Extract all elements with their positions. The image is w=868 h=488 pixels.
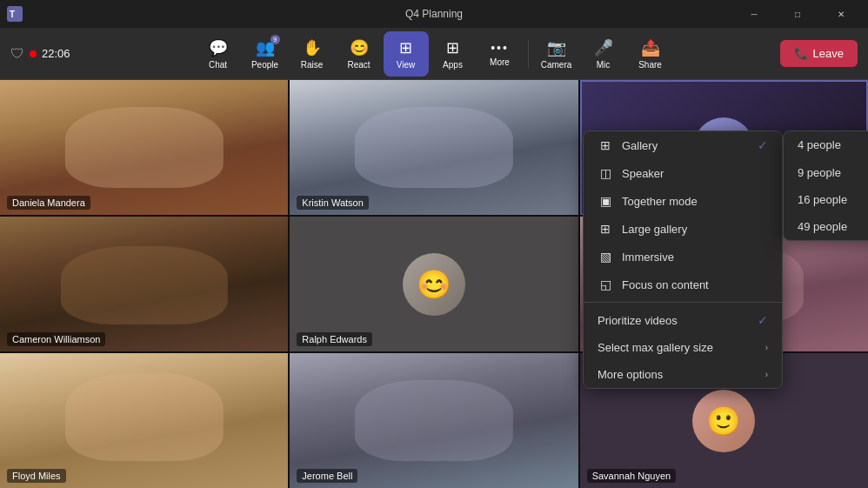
people-label: People [251,60,278,70]
gallery-icon: ⊞ [598,138,613,152]
toolbar: 🛡 22:06 💬 Chat 👥 9 People ✋ Raise 😊 Reac… [0,28,868,80]
react-button[interactable]: 😊 React [337,31,382,77]
option-16-label: 16 people [798,193,847,206]
dropdown-item-more-options[interactable]: More options › [584,361,782,388]
chat-button[interactable]: 💬 Chat [196,31,241,77]
minimize-button[interactable]: ─ [734,0,774,28]
gallery-size-label: Select max gallery size [598,341,713,354]
submenu-item-49[interactable]: 49 people [784,213,868,240]
view-icon: ⊞ [399,38,412,57]
together-icon: ▣ [598,194,613,208]
toolbar-right: 📞 Leave [677,40,858,67]
svg-text:T: T [10,10,15,19]
dropdown-item-focus[interactable]: ◱ Focus on content [584,271,782,298]
mic-icon: 🎤 [594,38,613,57]
apps-button[interactable]: ⊞ Apps [431,31,476,77]
option-4-label: 4 people [798,138,841,151]
record-indicator: 🛡 22:06 [10,46,70,62]
speaker-label: Speaker [622,167,664,180]
large-gallery-label: Large gallery [622,223,687,236]
immersive-icon: ▧ [598,250,613,264]
dropdown-item-gallery-size[interactable]: Select max gallery size › [584,334,782,361]
more-icon: ••• [491,41,509,55]
share-button[interactable]: 📤 Share [628,31,673,77]
phone-icon: 📞 [794,47,808,60]
camera-icon: 📷 [547,38,566,57]
dropdown-item-immersive[interactable]: ▧ Immersive [584,243,782,271]
toolbar-left: 🛡 22:06 [10,46,192,62]
react-label: React [347,60,370,70]
option-49-label: 49 people [798,220,847,233]
more-options-label: More options [598,368,663,381]
people-button[interactable]: 👥 9 People [243,31,288,77]
mic-label: Mic [597,60,611,70]
title-bar-left: T [7,6,23,22]
focus-label: Focus on content [622,278,709,291]
teams-logo-icon: T [7,6,23,22]
dropdown-item-prioritize[interactable]: Prioritize videos ✓ [584,306,782,334]
more-button[interactable]: ••• More [477,31,523,77]
submenu-item-4[interactable]: 4 people [784,131,868,158]
dropdown-item-speaker[interactable]: ◫ Speaker [584,159,782,187]
toolbar-separator [528,40,529,68]
raise-button[interactable]: ✋ Raise [290,31,335,77]
camera-label: Camera [541,60,572,70]
prioritize-label: Prioritize videos [598,314,678,327]
dropdown-item-gallery[interactable]: ⊞ Gallery ✓ [584,131,782,159]
maximize-button[interactable]: □ [778,0,818,28]
leave-label: Leave [813,47,844,60]
immersive-label: Immersive [622,251,674,264]
gallery-size-submenu: 4 people 9 people ✓ 16 people 49 people [783,130,868,241]
option-9-label: 9 people [798,166,841,179]
together-label: Together mode [622,195,698,208]
title-bar: T Q4 Planning ─ □ ✕ [0,0,868,28]
apps-label: Apps [443,60,463,70]
focus-icon: ◱ [598,277,613,291]
toolbar-center: 💬 Chat 👥 9 People ✋ Raise 😊 React ⊞ View [196,31,673,77]
chat-label: Chat [209,60,227,70]
app-title: Q4 Planning [405,8,463,20]
apps-icon: ⊞ [446,38,459,57]
speaker-icon: ◫ [598,166,613,180]
view-button[interactable]: ⊞ View [384,31,429,77]
mic-button[interactable]: 🎤 Mic [581,31,626,77]
people-icon: 👥 9 [256,38,275,57]
more-label: More [490,57,510,67]
dropdown-overlay: ⊞ Gallery ✓ ◫ Speaker ▣ Together mode ⊞ … [0,80,868,488]
window-controls[interactable]: ─ □ ✕ [734,0,861,28]
submenu-item-16[interactable]: 16 people [784,186,868,213]
large-gallery-icon: ⊞ [598,222,613,236]
view-label: View [397,60,416,70]
close-button[interactable]: ✕ [821,0,861,28]
leave-button[interactable]: 📞 Leave [780,40,858,67]
camera-button[interactable]: 📷 Camera [534,31,579,77]
gallery-size-arrow-icon: › [765,343,768,352]
gallery-check-icon: ✓ [758,138,768,152]
view-dropdown-menu: ⊞ Gallery ✓ ◫ Speaker ▣ Together mode ⊞ … [583,130,783,389]
raise-label: Raise [301,60,324,70]
dropdown-divider-1 [584,302,782,303]
share-label: Share [638,60,662,70]
react-icon: 😊 [350,38,369,57]
chat-icon: 💬 [209,38,228,57]
shield-icon: 🛡 [10,46,24,62]
dropdown-item-together[interactable]: ▣ Together mode [584,187,782,215]
submenu-item-9[interactable]: 9 people ✓ [784,158,868,186]
prioritize-check-icon: ✓ [758,313,768,327]
dropdown-item-large-gallery[interactable]: ⊞ Large gallery [584,215,782,243]
more-options-arrow-icon: › [765,370,768,379]
share-icon: 📤 [641,38,660,57]
record-dot [30,50,37,57]
raise-icon: ✋ [303,38,322,57]
video-grid: Daniela Mandera Kristin Watson W Wa... C… [0,80,868,488]
call-timer: 22:06 [42,47,70,60]
gallery-label: Gallery [622,139,658,152]
